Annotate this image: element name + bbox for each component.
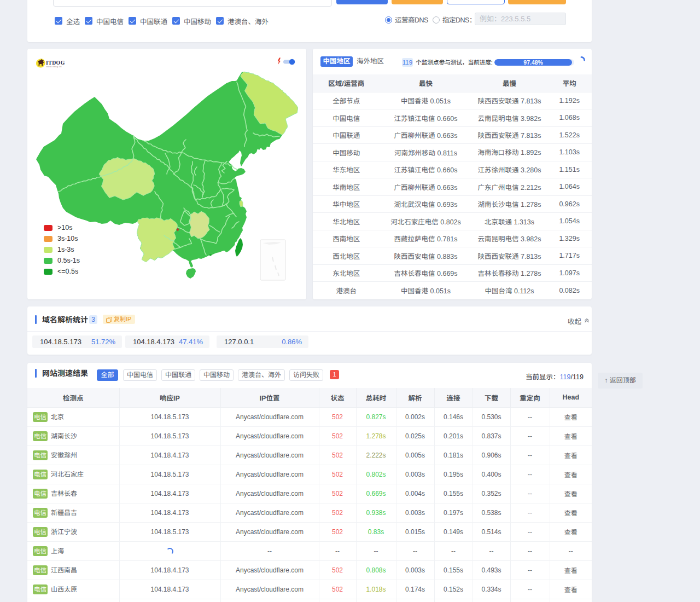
svg-text:ITDOG: ITDOG [46,60,65,66]
svg-text:www.itdog.cn: www.itdog.cn [46,65,62,68]
